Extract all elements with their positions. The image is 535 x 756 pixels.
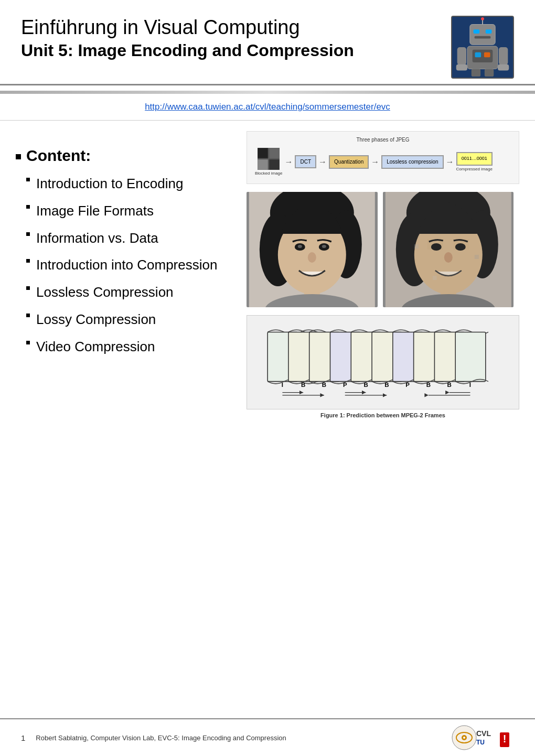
item-bullet: [26, 286, 30, 290]
item-text: Video Compression: [36, 338, 155, 356]
svg-rect-12: [499, 47, 508, 65]
svg-point-44: [455, 243, 465, 251]
jpeg-label: Three phases of JPEG: [252, 137, 513, 143]
item-text: Introduction into Compression: [36, 256, 217, 274]
item-bullet: [26, 205, 30, 209]
svg-rect-21: [269, 159, 280, 170]
svg-text:I: I: [469, 382, 471, 388]
svg-point-45: [444, 252, 452, 263]
flow-arrow-4: →: [446, 157, 454, 167]
flow-arrow-2: →: [318, 157, 327, 167]
title-sub: Unit 5: Image Encoding and Compression: [21, 40, 451, 62]
content-list: Introduction to Encoding Image File Form…: [16, 175, 236, 356]
lossless-box: Lossless compression: [381, 155, 443, 169]
svg-rect-15: [472, 69, 480, 77]
list-item: Introduction to Encoding: [26, 175, 236, 193]
compressed-group: 0011…0001 Compressed image: [456, 152, 493, 171]
quantization-box: Quantization: [329, 155, 369, 169]
compressed-image-label: Compressed image: [456, 167, 493, 171]
main-content: Content: Introduction to Encoding Image …: [0, 121, 535, 718]
content-bullet: [16, 154, 21, 159]
svg-rect-47: [474, 255, 478, 259]
robot-svg: [452, 17, 513, 78]
mpeg-caption: Figure 1: Prediction between MPEG-2 Fram…: [247, 412, 519, 418]
blocked-image-group: Blocked image: [255, 148, 282, 176]
svg-text:TU: TU: [476, 739, 485, 746]
lossless-label: Lossless compression: [387, 159, 438, 165]
robot-image: [451, 16, 514, 79]
svg-rect-14: [498, 64, 509, 71]
svg-rect-19: [269, 148, 280, 158]
svg-rect-9: [475, 52, 482, 58]
title-main: Einführung in Visual Computing: [21, 16, 451, 40]
svg-text:B: B: [384, 382, 389, 388]
jpeg-diagram: Three phases of JPEG: [247, 131, 519, 184]
url-section: http://www.caa.tuwien.ac.at/cvl/teaching…: [0, 94, 535, 121]
svg-rect-10: [484, 52, 490, 58]
header: Einführung in Visual Computing Unit 5: I…: [0, 0, 535, 85]
svg-rect-16: [485, 69, 494, 77]
item-bullet: [26, 314, 30, 317]
svg-rect-48: [432, 276, 436, 280]
page-number: 1: [21, 733, 25, 742]
svg-rect-3: [486, 29, 492, 34]
svg-text:P: P: [343, 382, 347, 388]
list-item: Lossy Compression: [26, 311, 236, 329]
dct-label: DCT: [300, 159, 311, 165]
dct-box: DCT: [295, 155, 316, 168]
svg-point-33: [308, 252, 316, 263]
svg-point-32: [322, 245, 326, 248]
item-text: Lossless Compression: [36, 284, 174, 301]
footer: 1 Robert Sablatnig, Computer Vision Lab,…: [0, 718, 535, 756]
svg-rect-11: [457, 47, 466, 65]
item-bullet: [26, 232, 30, 236]
content-label: Content:: [16, 147, 236, 165]
portrait-compressed: [383, 192, 514, 307]
list-item: Video Compression: [26, 338, 236, 356]
svg-point-43: [431, 243, 441, 251]
svg-text:B: B: [322, 382, 326, 388]
svg-rect-46: [414, 244, 418, 249]
svg-rect-70: [455, 332, 486, 381]
page: Einführung in Visual Computing Unit 5: I…: [0, 0, 535, 756]
portrait-2-svg: [383, 192, 514, 307]
portraits-row: [247, 192, 519, 307]
header-text: Einführung in Visual Computing Unit 5: I…: [21, 16, 451, 61]
list-item: Lossless Compression: [26, 284, 236, 301]
portrait-original: [247, 192, 378, 307]
list-item: Image File Formats: [26, 202, 236, 220]
svg-text:P: P: [405, 382, 410, 388]
svg-rect-18: [258, 148, 268, 158]
mpeg-figure: I B: [247, 315, 519, 409]
compressed-label: 0011…0001: [462, 156, 487, 161]
svg-text:I: I: [282, 382, 283, 388]
svg-point-6: [481, 17, 484, 20]
svg-point-31: [298, 245, 302, 248]
list-item: Information vs. Data: [26, 230, 236, 247]
svg-rect-2: [474, 29, 480, 34]
svg-rect-1: [470, 25, 495, 45]
item-bullet: [26, 259, 30, 263]
flow-arrow-3: →: [371, 157, 379, 167]
svg-text:B: B: [301, 382, 305, 388]
left-column: Content: Introduction to Encoding Image …: [16, 131, 236, 708]
svg-text:B: B: [363, 382, 368, 388]
content-title: Content:: [26, 147, 91, 165]
jpeg-flow: Blocked image → DCT → Quantization → Los…: [252, 145, 513, 178]
portrait-1-svg: [247, 192, 378, 307]
url-link[interactable]: http://www.caa.tuwien.ac.at/cvl/teaching…: [145, 102, 390, 112]
mpeg-svg: I B: [247, 316, 519, 409]
item-text: Lossy Compression: [36, 311, 156, 329]
compressed-box: 0011…0001: [456, 152, 493, 166]
quantization-label: Quantization: [334, 159, 363, 165]
right-column: Three phases of JPEG: [247, 131, 519, 708]
cvl-tu-logo-svg: CVL TU !: [451, 725, 514, 751]
item-text: Image File Formats: [36, 202, 154, 220]
footer-description: Robert Sablatnig, Computer Vision Lab, E…: [36, 734, 286, 742]
svg-rect-13: [456, 64, 467, 71]
blocked-image-svg: [258, 148, 280, 170]
footer-left: 1 Robert Sablatnig, Computer Vision Lab,…: [21, 733, 286, 742]
item-bullet: [26, 341, 30, 344]
svg-rect-4: [475, 36, 491, 39]
footer-logo: CVL TU !: [451, 725, 514, 751]
